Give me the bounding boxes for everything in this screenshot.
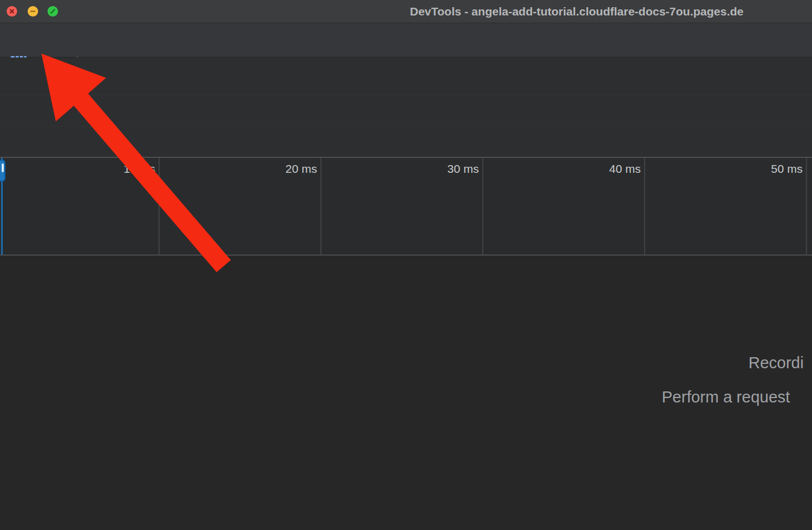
- titlebar: DevTools - angela-add-tutorial.cloudflar…: [0, 0, 812, 23]
- timeline-tick-label: 40 ms: [486, 162, 641, 176]
- timeline-gridline: [806, 158, 807, 255]
- timeline-tick-label: 20 ms: [162, 162, 317, 176]
- zoom-window-icon[interactable]: [48, 6, 58, 17]
- close-window-icon[interactable]: [7, 6, 17, 17]
- empty-state-recording-text: Recordi: [748, 354, 804, 372]
- network-filter-bar-row2: Blocked requests 3rd-party requests: [0, 127, 812, 157]
- window-title: DevTools - angela-add-tutorial.cloudflar…: [410, 0, 744, 23]
- timeline-gridline: [320, 158, 321, 255]
- timeline-gridline: [159, 158, 160, 255]
- minimize-window-icon[interactable]: [28, 6, 38, 17]
- timeline-tick-label: 10 ms: [0, 162, 155, 176]
- overview-resize-handle[interactable]: [0, 160, 6, 182]
- network-overview-timeline[interactable]: 10 ms 20 ms 30 ms 40 ms 50 ms: [0, 157, 812, 256]
- timeline-tick-label: 50 ms: [647, 162, 803, 176]
- timeline-gridline: [482, 158, 483, 255]
- timeline-tick-label: 30 ms: [324, 162, 479, 176]
- timeline-gridline: [644, 158, 645, 255]
- devtools-tabbar: Console Network Sources Performance Memo…: [0, 23, 812, 57]
- network-filter-bar: Invert Hide data URLs Hide extension URL…: [0, 95, 812, 127]
- network-toolbar: Preserve log Disable cache No throttling…: [0, 57, 812, 95]
- devtools-window: DevTools - angela-add-tutorial.cloudflar…: [0, 0, 812, 530]
- empty-state-hint-text: Perform a request: [662, 388, 790, 406]
